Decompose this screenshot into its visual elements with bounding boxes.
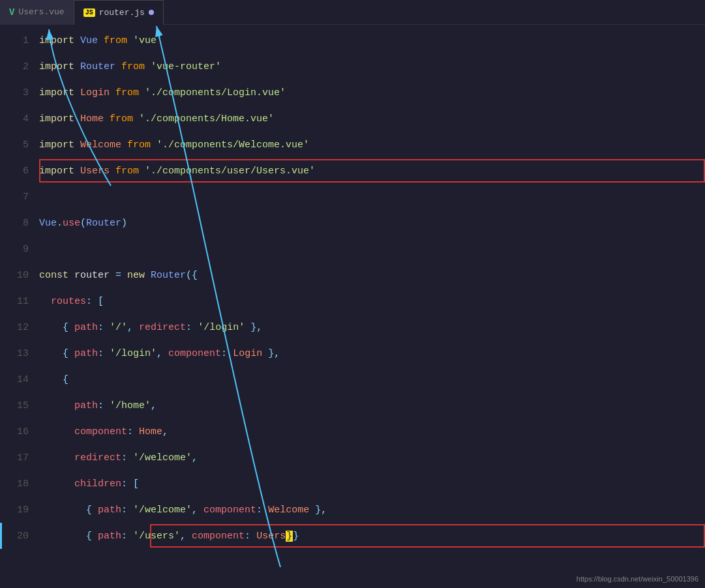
token-red: path: [74, 348, 98, 359]
line-content-2: import Router from 'vue-router': [39, 61, 705, 72]
token-cyan: },: [245, 322, 262, 333]
token-white: [110, 166, 115, 177]
code-line-19: 19 { path: '/welcome', component: Welcom…: [0, 497, 705, 523]
token-pink: Welcome: [268, 505, 309, 516]
line-content-17: redirect: '/welcome',: [39, 452, 705, 463]
code-line-16: 16 component: Home,: [0, 419, 705, 445]
line-content-18: children: [: [39, 478, 705, 490]
token-keyword: const: [39, 270, 74, 281]
token-green: './components/user/Users.vue': [145, 166, 315, 177]
line-content-11: routes: [: [39, 296, 705, 307]
token-pink: Users: [256, 531, 286, 542]
token-pink: Home: [139, 426, 162, 437]
line-number-3: 3: [0, 87, 39, 98]
token-red: redirect: [74, 452, 121, 463]
token-cyan: :: [186, 322, 198, 333]
tab-dot: [149, 10, 154, 15]
line-number-17: 17: [0, 452, 39, 463]
token-white: [145, 61, 151, 72]
line-content-1: import Vue from 'vue': [39, 35, 705, 46]
token-green: '/home': [110, 400, 151, 411]
token-white: [39, 478, 74, 490]
token-blue: Router: [151, 270, 186, 281]
token-cyan: :: [121, 531, 133, 542]
token-cyan: :: [245, 531, 256, 542]
line-number-12: 12: [0, 322, 39, 333]
token-green: '/welcome': [133, 452, 192, 463]
code-line-5: 5import Welcome from './components/Welco…: [0, 132, 705, 158]
line-content-3: import Login from './components/Login.vu…: [39, 87, 705, 98]
token-cyan: :: [127, 426, 139, 437]
token-pink: Home: [80, 113, 104, 125]
line-number-14: 14: [0, 374, 39, 385]
token-green: '/': [110, 322, 127, 333]
line-number-8: 8: [0, 218, 39, 229]
token-cyan: :: [98, 348, 110, 359]
token-cyan: :: [98, 400, 110, 411]
line-number-18: 18: [0, 478, 39, 490]
token-red: routes: [51, 296, 86, 307]
code-line-6: 6import Users from './components/user/Us…: [0, 158, 705, 184]
token-cyan: =: [115, 270, 127, 281]
token-red: path: [98, 505, 121, 516]
token-cyan: },: [309, 505, 327, 516]
tab-bar: V Users.vue JS router.js: [0, 0, 705, 25]
token-cyan: :: [98, 322, 110, 333]
token-blue: Router: [86, 218, 121, 229]
token-red: path: [74, 400, 98, 411]
tab-router-js-label: router.js: [99, 8, 145, 18]
line-number-5: 5: [0, 140, 39, 151]
line-number-10: 10: [0, 270, 39, 281]
token-keyword: new: [127, 270, 151, 281]
token-keyword: import: [39, 113, 80, 125]
token-cyan: {: [86, 505, 98, 516]
line-number-11: 11: [0, 296, 39, 307]
code-line-1: 1import Vue from 'vue': [0, 27, 705, 53]
code-line-12: 12 { path: '/', redirect: '/login' },: [0, 314, 705, 340]
vue-icon: V: [9, 7, 14, 18]
token-cyan: ,: [192, 452, 198, 463]
line-indicator: [0, 523, 2, 549]
token-white: [98, 35, 104, 46]
token-white: [133, 113, 139, 125]
line-content-6: import Users from './components/user/Use…: [39, 166, 705, 177]
token-red: path: [74, 322, 98, 333]
token-white: [39, 322, 63, 333]
token-cyan: },: [262, 348, 280, 359]
token-orange: from: [115, 87, 139, 98]
line-number-4: 4: [0, 113, 39, 125]
token-cyan: {: [63, 322, 74, 333]
token-pink: Login: [80, 87, 110, 98]
token-white: [39, 452, 74, 463]
token-white: [39, 374, 63, 385]
tab-router-js[interactable]: JS router.js: [74, 0, 164, 25]
token-orange: from: [104, 35, 127, 46]
token-cyan: : [: [86, 296, 104, 307]
tab-users-vue[interactable]: V Users.vue: [0, 0, 74, 25]
token-green: 'vue': [133, 35, 162, 46]
line-content-16: component: Home,: [39, 426, 705, 437]
token-white: [39, 348, 63, 359]
token-cyan: {: [63, 374, 68, 385]
token-cyan: ,: [162, 426, 168, 437]
token-blue: Vue: [39, 218, 57, 229]
token-white: [139, 166, 145, 177]
token-orange: from: [121, 61, 145, 72]
token-white: [39, 531, 86, 542]
token-cyan: : [: [121, 478, 139, 490]
line-content-15: path: '/home',: [39, 400, 705, 411]
token-white: [39, 426, 74, 437]
code-line-18: 18 children: [: [0, 471, 705, 497]
line-number-1: 1: [0, 35, 39, 46]
token-white: [139, 87, 145, 98]
token-orange: from: [115, 166, 139, 177]
token-white: [127, 35, 133, 46]
token-cyan: ,: [180, 531, 192, 542]
line-number-19: 19: [0, 505, 39, 516]
line-number-7: 7: [0, 192, 39, 203]
code-line-20: 20 { path: '/users', component: Users}}: [0, 523, 705, 549]
token-red: component: [168, 348, 221, 359]
token-cyan: }: [293, 531, 299, 542]
token-cyan: ,: [157, 348, 168, 359]
line-number-9: 9: [0, 244, 39, 255]
